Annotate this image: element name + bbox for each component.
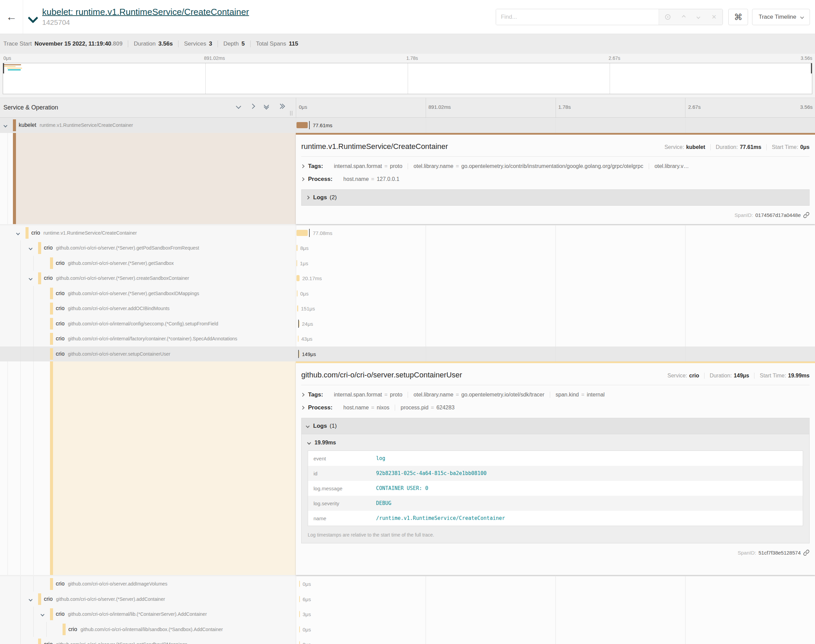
trace-title-link[interactable]: kubelet: runtime.v1.RuntimeService/Creat… — [42, 7, 249, 17]
log-entry-toggle[interactable]: 19.99ms — [308, 440, 803, 446]
span-row[interactable]: crio github.com/cri-o/cri-o/server.(*Ser… — [0, 637, 815, 644]
span-duration-bar[interactable] — [297, 305, 298, 311]
span-bar-cell[interactable]: 0μs — [296, 637, 815, 644]
span-children-chevron-down-icon[interactable] — [17, 230, 19, 236]
span-children-chevron-down-icon[interactable] — [29, 275, 32, 281]
divider — [128, 40, 128, 47]
span-duration-bar[interactable] — [299, 320, 300, 327]
span-bar-cell[interactable]: 8μs — [296, 241, 815, 256]
span-duration-bar[interactable] — [299, 596, 300, 602]
trace-header-collapse-toggle[interactable] — [29, 14, 37, 23]
expand-one-chevron-right-icon[interactable] — [251, 104, 254, 108]
total-spans-value: 115 — [289, 40, 298, 47]
span-bar-cell[interactable]: 151μs — [296, 301, 815, 316]
indent-guide — [20, 592, 21, 607]
operation-name: github.com/cri-o/cri-o/server.addOCIBind… — [68, 306, 170, 311]
span-duration-bar[interactable] — [298, 336, 299, 342]
span-row[interactable]: crio github.com/cri-o/cri-o/server.(*Ser… — [0, 241, 815, 256]
back-button[interactable]: ← — [0, 0, 23, 34]
span-row[interactable]: kubelet runtime.v1.RuntimeService/Create… — [0, 118, 815, 133]
column-resize-grip[interactable] — [290, 111, 293, 116]
span-bar-cell[interactable]: 0μs — [296, 286, 815, 301]
span-bar-cell[interactable]: 43μs — [296, 331, 815, 347]
service-name: crio — [56, 320, 64, 327]
span-bar-cell[interactable]: 3μs — [296, 607, 815, 622]
span-duration-bar[interactable] — [297, 245, 297, 251]
span-duration-bar[interactable] — [297, 122, 308, 128]
span-bar-cell[interactable]: 24μs — [296, 316, 815, 331]
span-row[interactable]: crio github.com/cri-o/cri-o/internal/fac… — [0, 331, 815, 347]
clear-search-icon[interactable]: ✕ — [712, 14, 717, 20]
span-children-chevron-down-icon[interactable] — [4, 122, 7, 128]
minimap-canvas[interactable] — [3, 63, 812, 94]
service-color-bar — [26, 227, 29, 239]
span-row[interactable]: crio github.com/cri-o/cri-o/server.(*Ser… — [0, 256, 815, 271]
divider — [710, 144, 711, 150]
indent-guide — [33, 622, 34, 637]
tags-summary: internal.span.format=proto otel.library.… — [328, 163, 694, 169]
span-duration-bar[interactable] — [299, 626, 300, 632]
minimap-span — [8, 69, 21, 71]
span-labels: crio github.com/cri-o/cri-o/internal/fac… — [56, 331, 296, 347]
operation-name: github.com/cri-o/cri-o/server.(*Server).… — [56, 245, 199, 251]
span-children-chevron-down-icon[interactable] — [29, 596, 32, 602]
chevron-right-icon — [300, 393, 304, 396]
span-bar-cell[interactable]: 0μs — [296, 622, 815, 637]
indent-guide — [8, 133, 8, 224]
span-duration-bar[interactable] — [299, 351, 300, 357]
find-input[interactable] — [496, 9, 659, 25]
span-row[interactable]: crio runtime.v1.RuntimeService/CreateCon… — [0, 225, 815, 241]
copy-link-icon[interactable] — [803, 212, 810, 218]
logs-content: 19.99ms event log id 92b82381-025c-4a64-… — [301, 434, 810, 543]
span-bar-cell[interactable]: 1μs — [296, 256, 815, 271]
span-children-chevron-down-icon[interactable] — [41, 611, 44, 617]
operation-name: github.com/cri-o/cri-o/server.(*Server).… — [56, 275, 189, 281]
keyboard-shortcuts-button[interactable]: ⌘ — [728, 9, 748, 25]
span-row[interactable]: crio github.com/cri-o/cri-o/server.addOC… — [0, 301, 815, 316]
span-bar-cell[interactable]: 149μs — [296, 347, 815, 362]
span-duration-bar[interactable] — [299, 641, 300, 644]
span-row[interactable]: crio github.com/cri-o/cri-o/server.(*Ser… — [0, 592, 815, 607]
span-bar-cell[interactable]: 6μs — [296, 592, 815, 607]
duration-meta-value: 149μs — [734, 373, 749, 379]
collapse-all-double-chevron-down-icon[interactable] — [265, 103, 268, 109]
tags-accordion[interactable]: Tags: internal.span.format=proto otel.li… — [301, 163, 810, 170]
span-children-chevron-down-icon[interactable] — [29, 245, 32, 251]
copy-link-icon[interactable] — [803, 549, 810, 556]
logs-accordion[interactable]: Logs (2) — [301, 189, 810, 206]
expand-all-double-chevron-right-icon[interactable] — [279, 104, 284, 108]
span-duration-bar[interactable] — [297, 230, 308, 236]
span-row[interactable]: crio github.com/cri-o/cri-o/internal/lib… — [0, 607, 815, 622]
indent-guide — [20, 577, 21, 592]
span-row[interactable]: crio github.com/cri-o/cri-o/internal/lib… — [0, 622, 815, 637]
collapse-one-chevron-down-icon[interactable] — [237, 104, 241, 108]
span-duration-bar[interactable] — [297, 260, 297, 266]
span-duration-bar[interactable] — [299, 611, 300, 617]
span-duration-bar[interactable] — [297, 275, 300, 281]
column-border — [556, 98, 556, 117]
span-row[interactable]: crio github.com/cri-o/cri-o/server.setup… — [0, 347, 815, 362]
span-duration-bar[interactable] — [299, 581, 300, 587]
logs-accordion-expanded[interactable]: Logs (1) — [301, 418, 810, 434]
indent-guide — [20, 637, 21, 644]
prev-match-chevron-up-icon[interactable] — [682, 15, 685, 19]
process-accordion[interactable]: Process: host.name=127.0.0.1 — [301, 176, 810, 182]
process-accordion[interactable]: Process: host.name=nixos process.pid=624… — [301, 404, 810, 411]
process-item: host.name=nixos — [338, 405, 395, 411]
span-duration-bar[interactable] — [297, 290, 297, 296]
trace-view-dropdown[interactable]: Trace Timeline — [752, 9, 810, 25]
span-row[interactable]: crio github.com/cri-o/cri-o/server.addIm… — [0, 577, 815, 592]
tags-accordion[interactable]: Tags: internal.span.format=proto otel.li… — [301, 391, 810, 398]
span-bar-cell[interactable]: 77.08ms — [296, 225, 815, 241]
next-match-chevron-down-icon[interactable] — [696, 15, 700, 19]
span-row[interactable]: crio github.com/cri-o/cri-o/internal/con… — [0, 316, 815, 331]
span-bar-cell[interactable]: 0μs — [296, 577, 815, 592]
minimap-scrubber-right[interactable] — [811, 63, 812, 74]
span-bar-cell[interactable]: 77.61ms — [296, 118, 815, 133]
span-row[interactable]: crio github.com/cri-o/cri-o/server.(*Ser… — [0, 271, 815, 286]
span-bar-cell[interactable]: 20.17ms — [296, 271, 815, 286]
timeline-tick-3: 2.67s — [688, 104, 701, 110]
focus-match-icon[interactable] — [665, 14, 671, 20]
span-row[interactable]: crio github.com/cri-o/cri-o/server.(*Ser… — [0, 286, 815, 301]
minimap-scrubber-left[interactable] — [3, 63, 4, 74]
